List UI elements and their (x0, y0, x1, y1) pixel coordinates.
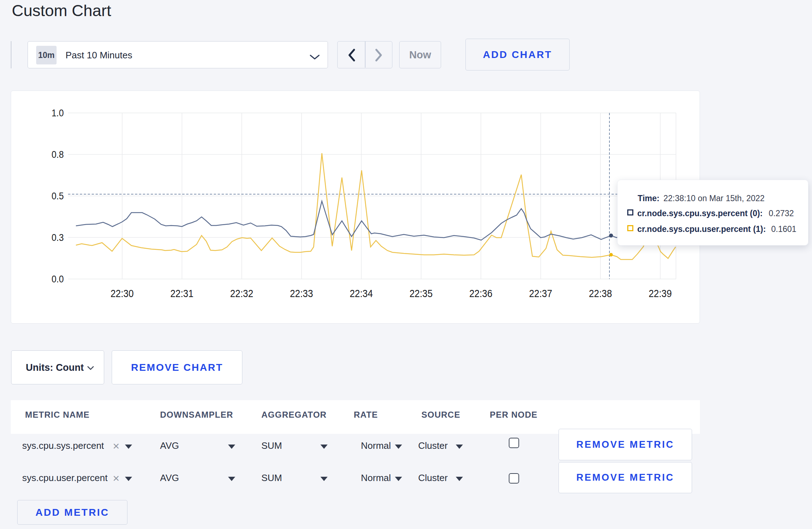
svg-text:22:36: 22:36 (469, 288, 493, 299)
svg-text:1.0: 1.0 (52, 108, 64, 118)
svg-text:0.0: 0.0 (52, 274, 64, 285)
svg-text:22:32: 22:32 (230, 288, 253, 299)
svg-text:22:37: 22:37 (529, 288, 552, 299)
svg-text:0.3: 0.3 (52, 232, 64, 243)
svg-text:22:39: 22:39 (649, 288, 672, 299)
svg-text:22:38: 22:38 (589, 288, 612, 299)
svg-text:0.8: 0.8 (52, 149, 64, 160)
svg-text:22:35: 22:35 (410, 288, 433, 299)
svg-text:22:30: 22:30 (111, 288, 134, 299)
svg-text:22:33: 22:33 (290, 288, 313, 299)
svg-text:22:31: 22:31 (170, 288, 194, 299)
svg-text:0.5: 0.5 (52, 191, 64, 202)
svg-text:22:34: 22:34 (350, 288, 373, 299)
